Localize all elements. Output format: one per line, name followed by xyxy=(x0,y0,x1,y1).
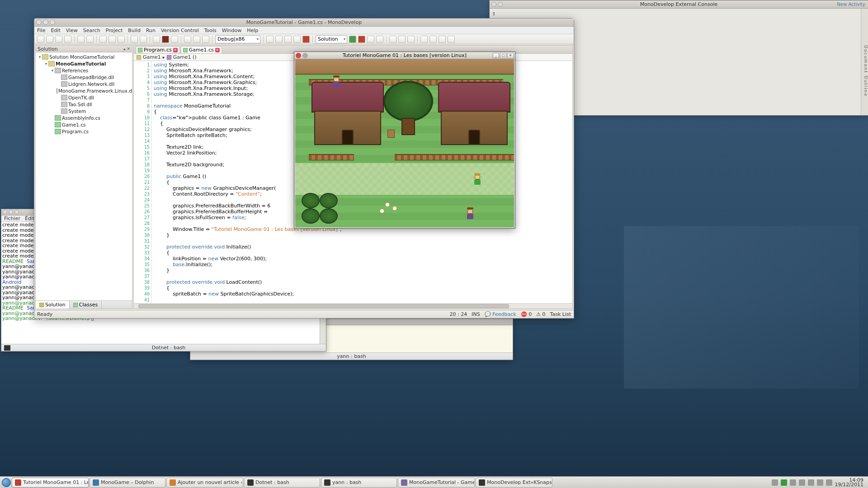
start-button[interactable] xyxy=(2,478,11,487)
tree-item[interactable]: GamepadBridge.dll xyxy=(36,74,132,80)
cut-icon[interactable] xyxy=(99,36,107,43)
dropdown-icon[interactable] xyxy=(407,36,415,43)
new-file-icon[interactable] xyxy=(37,36,44,43)
back-icon[interactable] xyxy=(131,36,138,43)
menu-help[interactable]: Help xyxy=(247,28,258,33)
step-over-icon[interactable] xyxy=(193,36,200,43)
tool-icon[interactable] xyxy=(376,36,383,43)
copy-icon[interactable] xyxy=(108,36,116,43)
tray-icon[interactable] xyxy=(826,479,832,486)
tray-icon[interactable] xyxy=(790,479,796,486)
game-window[interactable]: Tutoriel MonoGame 01 : Les bases [versio… xyxy=(294,52,515,229)
tool-icon[interactable] xyxy=(293,36,301,43)
tray-icon[interactable] xyxy=(781,479,787,486)
taskbar-task[interactable]: MonoGame – Dolphin xyxy=(90,478,165,488)
tool-icon[interactable] xyxy=(275,36,283,43)
warning-count[interactable]: ⚠ 0 xyxy=(536,311,545,317)
tool-icon[interactable] xyxy=(389,36,396,43)
scope-combo[interactable]: Solution xyxy=(316,35,347,43)
tray-icon[interactable] xyxy=(817,479,823,486)
maximize-button[interactable] xyxy=(50,19,55,25)
tool-icon[interactable] xyxy=(284,36,292,43)
new-activity-link[interactable]: New Activity xyxy=(837,2,865,7)
undo-icon[interactable] xyxy=(77,36,85,43)
stop-icon[interactable] xyxy=(302,36,310,43)
build-icon[interactable] xyxy=(153,36,160,43)
taskbar-task[interactable]: yann : bash xyxy=(321,478,397,488)
editor-tab[interactable]: Game1.cs✕ xyxy=(181,46,222,53)
menubar[interactable]: FileEditViewSearchProjectBuildRunVersion… xyxy=(34,27,574,34)
tree-item[interactable]: Lidgren.Network.dll xyxy=(36,80,132,87)
taskbar-task[interactable]: MonoGameTutorial - Game1… xyxy=(398,478,475,488)
menu-run[interactable]: Run xyxy=(146,28,156,33)
save-icon[interactable] xyxy=(55,36,62,43)
editor-tab[interactable]: Program.cs✕ xyxy=(136,46,180,53)
tool-icon[interactable] xyxy=(439,36,446,43)
window-button[interactable] xyxy=(491,2,496,7)
tool-icon[interactable] xyxy=(420,36,428,43)
window-button[interactable] xyxy=(498,2,503,7)
menu-edit[interactable]: Edit xyxy=(51,28,60,33)
game-titlebar[interactable]: Tutoriel MonoGame 01 : Les bases [versio… xyxy=(294,52,515,59)
tree-item[interactable]: System xyxy=(36,108,132,114)
volume-icon[interactable] xyxy=(799,479,805,486)
taskbar-task[interactable]: Tutoriel MonoGame 01 : Les b… xyxy=(12,478,89,488)
step-icon[interactable] xyxy=(184,36,191,43)
line-gutter[interactable]: 1234567891011121314151617181920212223242… xyxy=(134,61,152,303)
taskbar[interactable]: Tutoriel MonoGame 01 : Les b…MonoGame – … xyxy=(0,476,868,488)
window-titlebar[interactable]: MonoGameTutorial - Game1.cs - MonoDevelo… xyxy=(34,19,574,27)
tree-item[interactable]: Program.cs xyxy=(36,128,132,135)
close-button[interactable]: ✕ xyxy=(507,53,514,58)
menu-version-control[interactable]: Version Control xyxy=(161,28,199,33)
tool-icon[interactable] xyxy=(429,36,437,43)
tree-item[interactable]: OpenTK.dll xyxy=(36,94,132,101)
step-out-icon[interactable] xyxy=(202,36,209,43)
close-button[interactable] xyxy=(36,19,42,25)
menu-window[interactable]: Window xyxy=(222,28,241,33)
solution-tree[interactable]: ▾Solution MonoGameTutorial▾MonoGameTutor… xyxy=(36,52,132,300)
add-icon[interactable] xyxy=(349,36,356,43)
horizontal-scrollbar[interactable] xyxy=(134,303,572,309)
remove-icon[interactable] xyxy=(358,36,365,43)
menu-search[interactable]: Search xyxy=(83,28,100,33)
open-icon[interactable] xyxy=(46,36,53,43)
solution-tab[interactable]: Solution xyxy=(36,301,70,309)
config-combo[interactable]: Debug|x86 xyxy=(215,35,260,43)
debug-icon[interactable] xyxy=(171,36,178,43)
tree-item[interactable]: ▾Solution MonoGameTutorial xyxy=(36,53,132,60)
feedback-link[interactable]: Feedback xyxy=(492,311,516,317)
taskbar-task[interactable]: MonoDevelop Ext«KSnapshot xyxy=(476,478,552,488)
maximize-button[interactable]: ▢ xyxy=(500,53,506,58)
term-menu-item[interactable]: Fichier xyxy=(4,216,20,221)
taskbar-task[interactable]: Dotnet : bash xyxy=(244,478,320,488)
network-icon[interactable] xyxy=(808,479,814,486)
tool-icon[interactable] xyxy=(367,36,374,43)
game-canvas[interactable] xyxy=(295,59,514,227)
tree-item[interactable]: ▾MonoGameTutorial xyxy=(36,60,132,67)
paste-icon[interactable] xyxy=(118,36,125,43)
solution-panel[interactable]: Solution▴ ✕ ▾Solution MonoGameTutorial▾M… xyxy=(35,45,132,309)
document-outline-tab[interactable]: Document Outline xyxy=(861,9,868,115)
dropdown-icon[interactable] xyxy=(398,36,406,43)
tool-icon[interactable] xyxy=(266,36,274,43)
minimize-button[interactable] xyxy=(43,19,48,25)
taskbar-task[interactable]: Ajouter un nouvel article ‹ D… xyxy=(166,478,243,488)
redo-icon[interactable] xyxy=(86,36,94,43)
forward-icon[interactable] xyxy=(140,36,147,43)
menu-file[interactable]: File xyxy=(37,28,45,33)
save-all-icon[interactable] xyxy=(64,36,71,43)
run-icon[interactable] xyxy=(162,36,169,43)
menu-view[interactable]: View xyxy=(66,28,78,33)
classes-tab[interactable]: Classes xyxy=(70,301,102,309)
toolbar[interactable]: Debug|x86 Solution xyxy=(34,34,574,44)
tool-icon[interactable] xyxy=(448,36,455,43)
menu-build[interactable]: Build xyxy=(128,28,141,33)
system-tray[interactable]: 14:0919/12/2011 xyxy=(772,478,866,487)
tree-item[interactable]: MonoGame.Framework.Linux.dll xyxy=(36,87,132,94)
tray-icon[interactable] xyxy=(772,479,778,486)
minimize-button[interactable]: _ xyxy=(493,53,499,58)
error-count[interactable]: ⛔ 0 xyxy=(521,311,532,317)
tree-item[interactable]: Tao.Sdl.dll xyxy=(36,101,132,108)
panel-close-icon[interactable]: ▴ ✕ xyxy=(123,47,130,51)
clock[interactable]: 14:0919/12/2011 xyxy=(835,478,863,487)
